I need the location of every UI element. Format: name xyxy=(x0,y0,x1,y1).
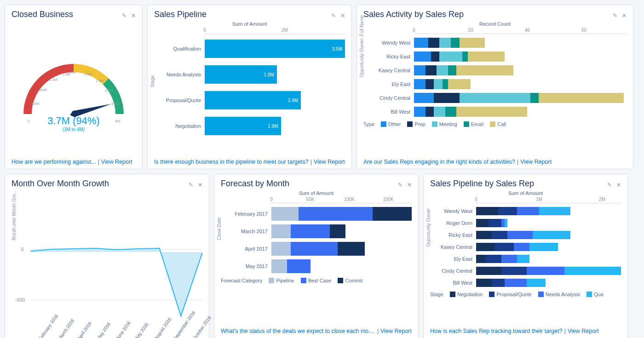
bar-segment[interactable] xyxy=(451,38,459,48)
bar-segment[interactable] xyxy=(291,224,330,238)
legend-item[interactable]: Call xyxy=(490,121,506,127)
bar-segment[interactable] xyxy=(476,219,489,227)
bar-segment[interactable] xyxy=(476,243,495,251)
bar-segment[interactable]: 2.4M xyxy=(205,91,301,109)
edit-icon[interactable]: ✎ xyxy=(613,12,617,19)
view-report-link[interactable]: View Report xyxy=(314,159,345,165)
bar-segment[interactable]: 3.5M xyxy=(205,40,345,58)
bar-segment[interactable] xyxy=(439,52,462,62)
bar-segment[interactable] xyxy=(476,267,501,275)
view-report-link[interactable]: View Report xyxy=(101,159,132,165)
edit-icon[interactable]: ✎ xyxy=(122,12,126,19)
bar-segment[interactable] xyxy=(495,243,514,251)
bar-segment[interactable] xyxy=(426,107,434,117)
bar-segment[interactable] xyxy=(439,38,451,48)
bar-segment[interactable] xyxy=(564,267,621,275)
close-icon[interactable]: ✕ xyxy=(407,182,412,188)
bar-segment[interactable] xyxy=(445,107,457,117)
bar-segment[interactable] xyxy=(414,38,428,48)
bar-segment[interactable] xyxy=(530,93,539,103)
bar-segment[interactable] xyxy=(373,207,412,221)
bar-segment[interactable] xyxy=(476,255,486,263)
bar-segment[interactable] xyxy=(476,279,492,287)
bar-segment[interactable] xyxy=(489,219,501,227)
close-icon[interactable]: ✕ xyxy=(622,12,627,19)
bar-segment[interactable] xyxy=(426,79,434,89)
card-question-link[interactable]: How are we performing against... xyxy=(12,159,96,165)
close-icon[interactable]: ✕ xyxy=(616,182,621,188)
legend-item[interactable]: Meeting xyxy=(432,121,457,127)
close-icon[interactable]: ✕ xyxy=(198,182,202,188)
card-question-link[interactable]: Are our Sales Reps engaging in the right… xyxy=(363,159,515,165)
close-icon[interactable]: ✕ xyxy=(340,12,345,19)
bar-segment[interactable] xyxy=(271,242,291,256)
legend-item[interactable]: Prep xyxy=(407,121,425,127)
bar-segment[interactable] xyxy=(271,224,291,238)
bar-segment[interactable] xyxy=(271,207,299,221)
bar-segment[interactable] xyxy=(431,52,439,62)
bar-segment[interactable] xyxy=(507,231,533,239)
bar-segment[interactable] xyxy=(414,79,426,89)
bar-segment[interactable] xyxy=(539,93,624,103)
bar-segment[interactable] xyxy=(476,231,492,239)
bar-segment[interactable] xyxy=(414,93,434,103)
bar-segment[interactable] xyxy=(517,207,539,215)
bar-segment[interactable] xyxy=(291,242,338,256)
bar-segment[interactable] xyxy=(434,79,442,89)
bar-segment[interactable] xyxy=(527,267,564,275)
legend-item[interactable]: Proposal/Quote xyxy=(489,292,531,297)
bar-segment[interactable] xyxy=(501,255,517,263)
bar-segment[interactable] xyxy=(476,207,498,215)
edit-icon[interactable]: ✎ xyxy=(607,182,612,188)
bar-segment[interactable] xyxy=(414,65,426,75)
bar-segment[interactable] xyxy=(462,52,468,62)
bar-segment[interactable] xyxy=(456,107,527,117)
bar-segment[interactable] xyxy=(468,52,505,62)
card-question-link[interactable]: How is each Sales Rep tracking toward th… xyxy=(430,328,563,334)
bar-segment[interactable] xyxy=(501,267,527,275)
card-question-link[interactable]: Is there enough business in the pipeline… xyxy=(154,159,309,165)
legend-item[interactable]: Email xyxy=(464,121,484,127)
legend-item[interactable]: Needs Analysis xyxy=(538,292,580,297)
bar-segment[interactable]: 1.9M xyxy=(205,117,281,135)
bar-segment[interactable] xyxy=(443,79,448,89)
bar-segment[interactable] xyxy=(539,207,570,215)
bar-segment[interactable] xyxy=(434,93,459,103)
bar-segment[interactable] xyxy=(330,224,345,238)
bar-segment[interactable] xyxy=(414,52,431,62)
bar-segment[interactable] xyxy=(501,219,505,227)
bar-segment[interactable] xyxy=(287,259,310,273)
bar-segment[interactable] xyxy=(492,279,504,287)
bar-segment[interactable] xyxy=(533,231,570,239)
bar-segment[interactable] xyxy=(456,65,513,75)
legend-item[interactable]: Pipeline xyxy=(269,278,294,283)
bar-segment[interactable] xyxy=(514,243,529,251)
bar-segment[interactable] xyxy=(414,107,426,117)
bar-segment[interactable] xyxy=(437,65,448,75)
edit-icon[interactable]: ✎ xyxy=(331,12,336,19)
close-icon[interactable]: ✕ xyxy=(131,12,136,19)
view-report-link[interactable]: View Report xyxy=(520,159,552,165)
legend-item[interactable]: Qua xyxy=(586,292,604,297)
edit-icon[interactable]: ✎ xyxy=(398,182,402,188)
bar-segment[interactable] xyxy=(529,243,558,251)
bar-segment[interactable] xyxy=(299,207,373,221)
view-report-link[interactable]: View Report xyxy=(380,328,412,334)
bar-segment[interactable] xyxy=(492,231,507,239)
bar-segment[interactable] xyxy=(505,219,508,227)
legend-item[interactable]: Negotiation xyxy=(450,292,483,297)
bar-segment[interactable] xyxy=(498,207,517,215)
edit-icon[interactable]: ✎ xyxy=(189,182,193,188)
bar-segment[interactable] xyxy=(448,79,471,89)
bar-segment[interactable] xyxy=(486,255,501,263)
bar-segment[interactable] xyxy=(428,38,440,48)
bar-segment[interactable] xyxy=(505,279,527,287)
bar-segment[interactable] xyxy=(527,279,546,287)
bar-segment[interactable] xyxy=(460,93,530,103)
bar-segment[interactable] xyxy=(460,38,485,48)
bar-segment[interactable] xyxy=(271,259,287,273)
view-report-link[interactable]: View Report xyxy=(568,328,599,334)
legend-item[interactable]: Commit xyxy=(338,278,362,283)
legend-item[interactable]: Best Case xyxy=(301,278,332,283)
card-question-link[interactable]: What's the status of the deals we expect… xyxy=(221,328,375,334)
